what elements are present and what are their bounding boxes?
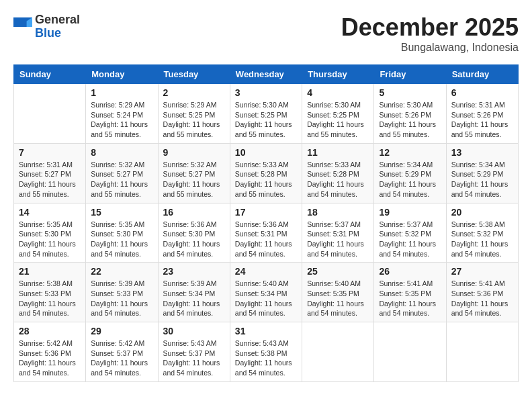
day-info: Sunrise: 5:41 AM Sunset: 5:35 PM Dayligh…	[379, 279, 441, 318]
title-block: December 2025 Bungalawang, Indonesia	[341, 13, 519, 54]
calendar-header-row: SundayMondayTuesdayWednesdayThursdayFrid…	[14, 65, 519, 84]
day-number: 3	[235, 87, 297, 98]
calendar-day-cell: 15Sunrise: 5:35 AM Sunset: 5:30 PM Dayli…	[86, 203, 158, 263]
day-info: Sunrise: 5:38 AM Sunset: 5:32 PM Dayligh…	[451, 220, 513, 259]
day-number: 4	[307, 87, 369, 98]
calendar-week-row: 21Sunrise: 5:38 AM Sunset: 5:33 PM Dayli…	[14, 263, 519, 322]
day-info: Sunrise: 5:31 AM Sunset: 5:26 PM Dayligh…	[451, 100, 513, 140]
day-number: 10	[235, 147, 297, 158]
day-number: 12	[379, 147, 441, 158]
calendar-day-cell: 18Sunrise: 5:37 AM Sunset: 5:31 PM Dayli…	[302, 203, 374, 263]
calendar-day-cell: 22Sunrise: 5:39 AM Sunset: 5:33 PM Dayli…	[86, 263, 158, 322]
day-number: 14	[19, 207, 81, 218]
day-number: 7	[19, 147, 81, 158]
day-number: 31	[235, 326, 297, 336]
calendar-week-row: 1Sunrise: 5:29 AM Sunset: 5:24 PM Daylig…	[14, 84, 519, 144]
calendar-day-cell: 7Sunrise: 5:31 AM Sunset: 5:27 PM Daylig…	[14, 143, 86, 203]
calendar-table: SundayMondayTuesdayWednesdayThursdayFrid…	[13, 64, 519, 382]
logo-blue-text: Blue	[35, 27, 80, 40]
day-number: 2	[163, 87, 225, 98]
day-number: 28	[19, 326, 81, 336]
calendar-day-cell: 29Sunrise: 5:42 AM Sunset: 5:37 PM Dayli…	[86, 322, 158, 382]
calendar-day-cell	[302, 322, 374, 382]
day-info: Sunrise: 5:39 AM Sunset: 5:33 PM Dayligh…	[91, 279, 152, 318]
day-number: 15	[91, 207, 152, 218]
weekday-header: Tuesday	[158, 65, 230, 84]
calendar-day-cell: 13Sunrise: 5:34 AM Sunset: 5:29 PM Dayli…	[446, 143, 518, 203]
calendar-day-cell: 20Sunrise: 5:38 AM Sunset: 5:32 PM Dayli…	[446, 203, 518, 263]
day-info: Sunrise: 5:31 AM Sunset: 5:27 PM Dayligh…	[19, 160, 81, 199]
day-info: Sunrise: 5:39 AM Sunset: 5:34 PM Dayligh…	[163, 279, 225, 318]
day-number: 25	[307, 266, 369, 277]
day-number: 27	[451, 266, 513, 277]
day-info: Sunrise: 5:29 AM Sunset: 5:24 PM Dayligh…	[91, 100, 152, 140]
calendar-day-cell: 10Sunrise: 5:33 AM Sunset: 5:28 PM Dayli…	[230, 143, 302, 203]
day-number: 22	[91, 266, 152, 277]
day-number: 11	[307, 147, 369, 158]
day-info: Sunrise: 5:43 AM Sunset: 5:38 PM Dayligh…	[235, 338, 297, 378]
calendar-day-cell: 28Sunrise: 5:42 AM Sunset: 5:36 PM Dayli…	[14, 322, 86, 382]
day-info: Sunrise: 5:43 AM Sunset: 5:37 PM Dayligh…	[163, 338, 225, 378]
calendar-day-cell: 8Sunrise: 5:32 AM Sunset: 5:27 PM Daylig…	[86, 143, 158, 203]
calendar-day-cell: 4Sunrise: 5:30 AM Sunset: 5:25 PM Daylig…	[302, 84, 374, 144]
weekday-header: Saturday	[446, 65, 518, 84]
day-number: 6	[451, 87, 513, 98]
day-number: 23	[163, 266, 225, 277]
page-header: General Blue December 2025 Bungalawang, …	[13, 13, 519, 54]
day-info: Sunrise: 5:35 AM Sunset: 5:30 PM Dayligh…	[19, 220, 81, 259]
day-number: 16	[163, 207, 225, 218]
day-number: 9	[163, 147, 225, 158]
day-info: Sunrise: 5:30 AM Sunset: 5:25 PM Dayligh…	[235, 100, 297, 140]
day-info: Sunrise: 5:42 AM Sunset: 5:36 PM Dayligh…	[19, 338, 81, 378]
calendar-day-cell: 23Sunrise: 5:39 AM Sunset: 5:34 PM Dayli…	[158, 263, 230, 322]
day-info: Sunrise: 5:33 AM Sunset: 5:28 PM Dayligh…	[235, 160, 297, 199]
logo-icon	[13, 17, 32, 36]
day-info: Sunrise: 5:41 AM Sunset: 5:36 PM Dayligh…	[451, 279, 513, 318]
calendar-day-cell: 12Sunrise: 5:34 AM Sunset: 5:29 PM Dayli…	[374, 143, 446, 203]
day-info: Sunrise: 5:40 AM Sunset: 5:34 PM Dayligh…	[235, 279, 297, 318]
day-info: Sunrise: 5:34 AM Sunset: 5:29 PM Dayligh…	[379, 160, 441, 199]
calendar-day-cell: 5Sunrise: 5:30 AM Sunset: 5:26 PM Daylig…	[374, 84, 446, 144]
calendar-day-cell: 11Sunrise: 5:33 AM Sunset: 5:28 PM Dayli…	[302, 143, 374, 203]
day-info: Sunrise: 5:34 AM Sunset: 5:29 PM Dayligh…	[451, 160, 513, 199]
calendar-day-cell	[374, 322, 446, 382]
calendar-day-cell: 16Sunrise: 5:36 AM Sunset: 5:30 PM Dayli…	[158, 203, 230, 263]
day-info: Sunrise: 5:30 AM Sunset: 5:25 PM Dayligh…	[307, 100, 369, 140]
day-info: Sunrise: 5:37 AM Sunset: 5:32 PM Dayligh…	[379, 220, 441, 259]
calendar-day-cell: 24Sunrise: 5:40 AM Sunset: 5:34 PM Dayli…	[230, 263, 302, 322]
day-number: 26	[379, 266, 441, 277]
day-number: 30	[163, 326, 225, 336]
day-info: Sunrise: 5:40 AM Sunset: 5:35 PM Dayligh…	[307, 279, 369, 318]
calendar-day-cell: 21Sunrise: 5:38 AM Sunset: 5:33 PM Dayli…	[14, 263, 86, 322]
calendar-day-cell: 26Sunrise: 5:41 AM Sunset: 5:35 PM Dayli…	[374, 263, 446, 322]
day-number: 1	[91, 87, 152, 98]
day-number: 18	[307, 207, 369, 218]
calendar-day-cell: 14Sunrise: 5:35 AM Sunset: 5:30 PM Dayli…	[14, 203, 86, 263]
day-number: 20	[451, 207, 513, 218]
weekday-header: Thursday	[302, 65, 374, 84]
calendar-day-cell: 25Sunrise: 5:40 AM Sunset: 5:35 PM Dayli…	[302, 263, 374, 322]
day-info: Sunrise: 5:36 AM Sunset: 5:31 PM Dayligh…	[235, 220, 297, 259]
day-info: Sunrise: 5:33 AM Sunset: 5:28 PM Dayligh…	[307, 160, 369, 199]
calendar-day-cell: 9Sunrise: 5:32 AM Sunset: 5:27 PM Daylig…	[158, 143, 230, 203]
calendar-day-cell: 2Sunrise: 5:29 AM Sunset: 5:25 PM Daylig…	[158, 84, 230, 144]
day-info: Sunrise: 5:29 AM Sunset: 5:25 PM Dayligh…	[163, 100, 225, 140]
logo-general-text: General	[35, 13, 80, 27]
day-number: 21	[19, 266, 81, 277]
month-title: December 2025	[341, 13, 519, 42]
calendar-day-cell: 1Sunrise: 5:29 AM Sunset: 5:24 PM Daylig…	[86, 84, 158, 144]
day-number: 13	[451, 147, 513, 158]
calendar-day-cell: 27Sunrise: 5:41 AM Sunset: 5:36 PM Dayli…	[446, 263, 518, 322]
day-number: 29	[91, 326, 152, 336]
calendar-day-cell: 6Sunrise: 5:31 AM Sunset: 5:26 PM Daylig…	[446, 84, 518, 144]
location-subtitle: Bungalawang, Indonesia	[341, 42, 519, 54]
day-number: 17	[235, 207, 297, 218]
day-number: 19	[379, 207, 441, 218]
calendar-week-row: 7Sunrise: 5:31 AM Sunset: 5:27 PM Daylig…	[14, 143, 519, 203]
calendar-day-cell: 3Sunrise: 5:30 AM Sunset: 5:25 PM Daylig…	[230, 84, 302, 144]
day-info: Sunrise: 5:36 AM Sunset: 5:30 PM Dayligh…	[163, 220, 225, 259]
day-info: Sunrise: 5:35 AM Sunset: 5:30 PM Dayligh…	[91, 220, 152, 259]
day-info: Sunrise: 5:37 AM Sunset: 5:31 PM Dayligh…	[307, 220, 369, 259]
day-number: 24	[235, 266, 297, 277]
calendar-day-cell: 17Sunrise: 5:36 AM Sunset: 5:31 PM Dayli…	[230, 203, 302, 263]
